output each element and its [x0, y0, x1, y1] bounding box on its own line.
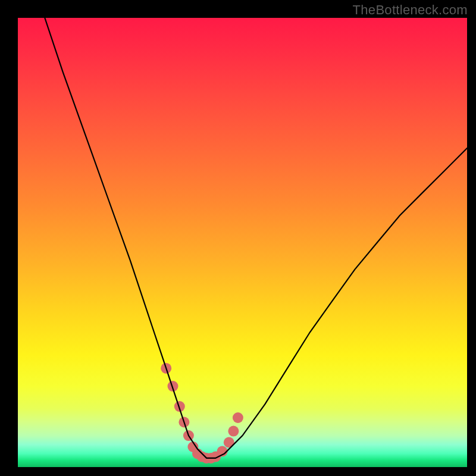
curve-layer [18, 18, 467, 467]
watermark-text: TheBottleneck.com [353, 2, 468, 18]
bottleneck-curve [45, 18, 467, 458]
marker-dot [233, 412, 243, 423]
marker-dot [228, 426, 239, 437]
plot-area [18, 18, 467, 467]
highlight-markers [161, 363, 243, 464]
chart-frame: TheBottleneck.com [0, 0, 476, 476]
